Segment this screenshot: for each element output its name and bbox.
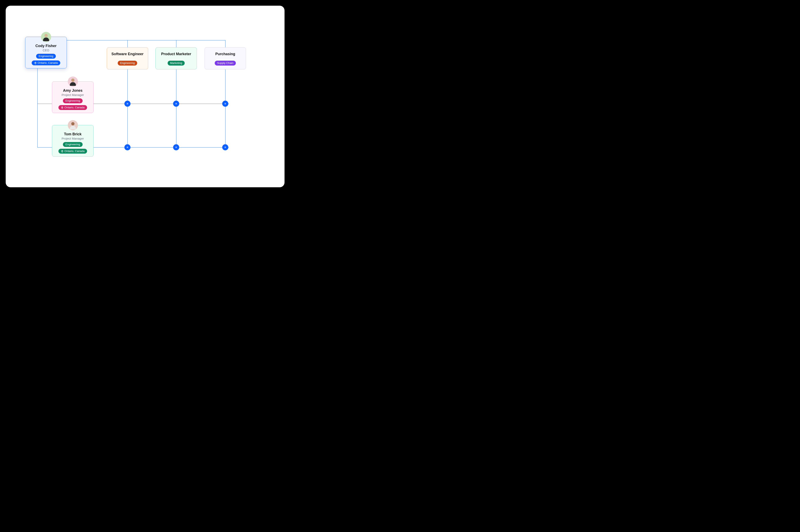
connector-line bbox=[66, 40, 226, 40]
avatar bbox=[68, 120, 78, 130]
role-title: Purchasing bbox=[208, 52, 243, 56]
role-card-swe[interactable]: Software Engineer Engineering bbox=[107, 47, 148, 70]
grid-node[interactable] bbox=[173, 144, 179, 150]
person-name: Cody Fisher bbox=[28, 44, 64, 48]
role-title: Software Engineer bbox=[110, 52, 145, 56]
person-role: CEO bbox=[28, 49, 64, 52]
role-card-pur[interactable]: Purchasing Supply Chain bbox=[205, 47, 246, 70]
person-card-ceo[interactable]: Cody Fisher CEO Engineering Ontario, Can… bbox=[25, 37, 67, 69]
person-card-pm1[interactable]: Amy Jones Project Manager Engineering On… bbox=[52, 81, 94, 113]
avatar bbox=[68, 76, 78, 87]
role-card-pmk[interactable]: Product Marketer Marketing bbox=[155, 47, 197, 70]
dept-badge: Engineering bbox=[36, 54, 56, 59]
person-role: Project Manager bbox=[55, 137, 91, 140]
role-title: Product Marketer bbox=[158, 52, 194, 56]
person-card-pm2[interactable]: Tom Brick Project Manager Engineering On… bbox=[52, 125, 94, 157]
person-name: Amy Jones bbox=[55, 89, 91, 93]
dept-badge: Supply Chain bbox=[215, 61, 236, 65]
map-pin-icon bbox=[61, 106, 63, 109]
location-badge: Ontario, Canada bbox=[58, 105, 87, 110]
svg-point-1 bbox=[62, 107, 63, 108]
grid-node[interactable] bbox=[125, 144, 131, 150]
grid-node[interactable] bbox=[173, 101, 179, 107]
grid-node[interactable] bbox=[222, 144, 228, 150]
svg-point-2 bbox=[62, 151, 63, 151]
person-role: Project Manager bbox=[55, 93, 91, 97]
org-chart-canvas[interactable]: Cody Fisher CEO Engineering Ontario, Can… bbox=[11, 11, 279, 182]
window-frame: Cody Fisher CEO Engineering Ontario, Can… bbox=[6, 6, 285, 187]
grid-node[interactable] bbox=[222, 101, 228, 107]
dept-badge: Engineering bbox=[118, 61, 137, 65]
svg-point-0 bbox=[35, 62, 36, 63]
location-badge: Ontario, Canada bbox=[32, 60, 60, 65]
person-name: Tom Brick bbox=[55, 132, 91, 136]
dept-badge: Engineering bbox=[63, 142, 82, 147]
map-pin-icon bbox=[61, 150, 63, 153]
avatar bbox=[41, 32, 51, 42]
dept-badge: Marketing bbox=[168, 61, 185, 65]
grid-node[interactable] bbox=[125, 101, 131, 107]
dept-badge: Engineering bbox=[63, 98, 82, 103]
map-pin-icon bbox=[34, 62, 37, 64]
connector-line bbox=[37, 64, 38, 147]
location-badge: Ontario, Canada bbox=[58, 149, 87, 154]
